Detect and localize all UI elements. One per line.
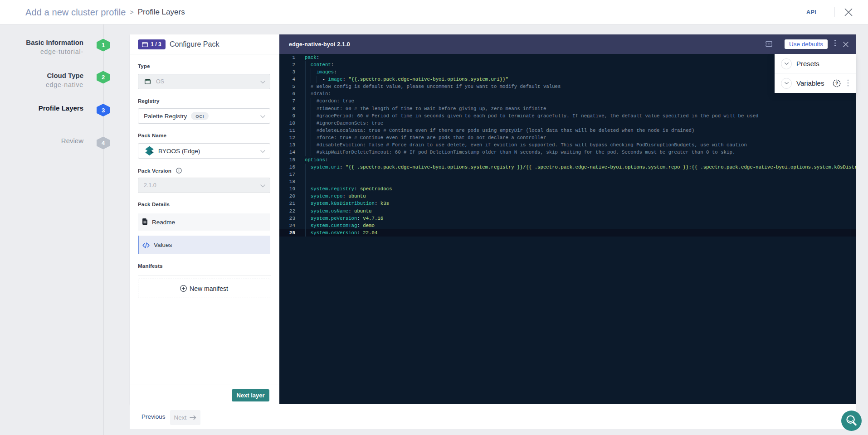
svg-text:?: ? [835, 81, 838, 86]
